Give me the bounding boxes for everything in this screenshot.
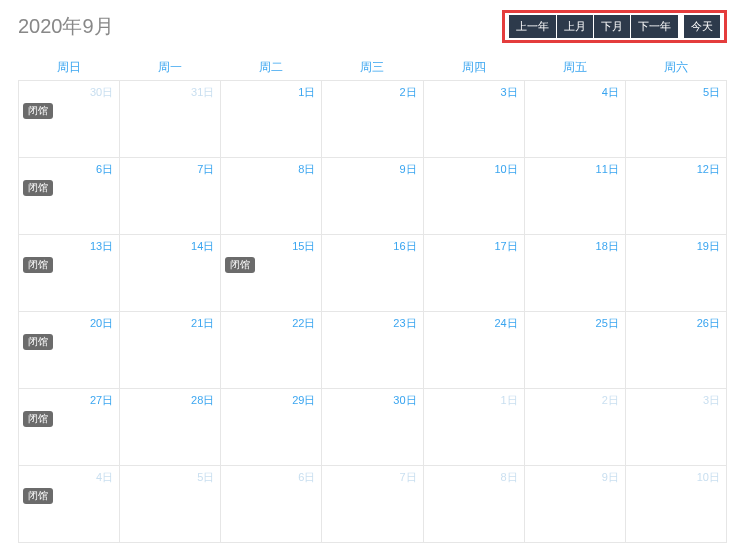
calendar-day-cell[interactable]: 13日闭馆 xyxy=(19,235,120,312)
weekday-header-row: 周日 周一 周二 周三 周四 周五 周六 xyxy=(19,55,727,81)
calendar-day-cell[interactable]: 3日 xyxy=(423,81,524,158)
calendar-week-row: 6日闭馆7日8日9日10日11日12日 xyxy=(19,158,727,235)
weekday-header: 周六 xyxy=(625,55,726,81)
day-number: 11日 xyxy=(596,162,619,177)
day-number: 13日 xyxy=(90,239,113,254)
calendar-week-row: 4日闭馆5日6日7日8日9日10日 xyxy=(19,466,727,543)
calendar-day-cell[interactable]: 9日 xyxy=(524,466,625,543)
closed-badge: 闭馆 xyxy=(23,411,53,427)
day-number: 5日 xyxy=(703,85,720,100)
calendar-day-cell[interactable]: 20日闭馆 xyxy=(19,312,120,389)
weekday-header: 周二 xyxy=(221,55,322,81)
calendar-day-cell[interactable]: 4日闭馆 xyxy=(19,466,120,543)
day-number: 6日 xyxy=(298,470,315,485)
day-number: 20日 xyxy=(90,316,113,331)
day-number: 27日 xyxy=(90,393,113,408)
day-number: 12日 xyxy=(697,162,720,177)
day-number: 10日 xyxy=(494,162,517,177)
day-number: 4日 xyxy=(96,470,113,485)
calendar-day-cell[interactable]: 17日 xyxy=(423,235,524,312)
closed-badge: 闭馆 xyxy=(23,488,53,504)
calendar-day-cell[interactable]: 6日 xyxy=(221,466,322,543)
day-number: 3日 xyxy=(703,393,720,408)
calendar-day-cell[interactable]: 21日 xyxy=(120,312,221,389)
calendar-day-cell[interactable]: 10日 xyxy=(423,158,524,235)
calendar-day-cell[interactable]: 6日闭馆 xyxy=(19,158,120,235)
calendar-day-cell[interactable]: 12日 xyxy=(625,158,726,235)
calendar-day-cell[interactable]: 29日 xyxy=(221,389,322,466)
weekday-header: 周三 xyxy=(322,55,423,81)
day-number: 30日 xyxy=(393,393,416,408)
calendar-day-cell[interactable]: 7日 xyxy=(322,466,423,543)
day-number: 22日 xyxy=(292,316,315,331)
calendar-day-cell[interactable]: 26日 xyxy=(625,312,726,389)
day-number: 2日 xyxy=(399,85,416,100)
calendar-day-cell[interactable]: 30日 xyxy=(322,389,423,466)
day-number: 2日 xyxy=(602,393,619,408)
calendar-week-row: 27日闭馆28日29日30日1日2日3日 xyxy=(19,389,727,466)
calendar-day-cell[interactable]: 7日 xyxy=(120,158,221,235)
calendar-day-cell[interactable]: 4日 xyxy=(524,81,625,158)
calendar-day-cell[interactable]: 27日闭馆 xyxy=(19,389,120,466)
day-number: 25日 xyxy=(596,316,619,331)
calendar-day-cell[interactable]: 9日 xyxy=(322,158,423,235)
calendar-week-row: 20日闭馆21日22日23日24日25日26日 xyxy=(19,312,727,389)
calendar-day-cell[interactable]: 22日 xyxy=(221,312,322,389)
day-number: 9日 xyxy=(399,162,416,177)
day-number: 16日 xyxy=(393,239,416,254)
calendar-header: 2020年9月 上一年 上月 下月 下一年 今天 xyxy=(18,10,727,43)
day-number: 23日 xyxy=(393,316,416,331)
nav-button-group: 上一年 上月 下月 下一年 今天 xyxy=(502,10,727,43)
calendar-day-cell[interactable]: 8日 xyxy=(221,158,322,235)
calendar-day-cell[interactable]: 2日 xyxy=(322,81,423,158)
calendar-week-row: 13日闭馆14日15日闭馆16日17日18日19日 xyxy=(19,235,727,312)
day-number: 5日 xyxy=(197,470,214,485)
calendar-day-cell[interactable]: 28日 xyxy=(120,389,221,466)
prev-month-button[interactable]: 上月 xyxy=(557,15,593,38)
next-month-button[interactable]: 下月 xyxy=(594,15,630,38)
weekday-header: 周一 xyxy=(120,55,221,81)
closed-badge: 闭馆 xyxy=(23,180,53,196)
day-number: 10日 xyxy=(697,470,720,485)
today-button[interactable]: 今天 xyxy=(684,15,720,38)
day-number: 24日 xyxy=(494,316,517,331)
calendar-day-cell[interactable]: 19日 xyxy=(625,235,726,312)
calendar-day-cell[interactable]: 31日 xyxy=(120,81,221,158)
calendar-day-cell[interactable]: 30日闭馆 xyxy=(19,81,120,158)
calendar-day-cell[interactable]: 11日 xyxy=(524,158,625,235)
weekday-header: 周日 xyxy=(19,55,120,81)
day-number: 21日 xyxy=(191,316,214,331)
calendar-day-cell[interactable]: 24日 xyxy=(423,312,524,389)
calendar-week-row: 30日闭馆31日1日2日3日4日5日 xyxy=(19,81,727,158)
calendar-day-cell[interactable]: 3日 xyxy=(625,389,726,466)
calendar-day-cell[interactable]: 25日 xyxy=(524,312,625,389)
calendar-container: 2020年9月 上一年 上月 下月 下一年 今天 周日 周一 周二 周三 周四 … xyxy=(0,0,745,543)
closed-badge: 闭馆 xyxy=(23,257,53,273)
calendar-day-cell[interactable]: 1日 xyxy=(221,81,322,158)
calendar-day-cell[interactable]: 10日 xyxy=(625,466,726,543)
day-number: 29日 xyxy=(292,393,315,408)
closed-badge: 闭馆 xyxy=(23,103,53,119)
calendar-day-cell[interactable]: 2日 xyxy=(524,389,625,466)
calendar-day-cell[interactable]: 5日 xyxy=(120,466,221,543)
day-number: 3日 xyxy=(501,85,518,100)
closed-badge: 闭馆 xyxy=(225,257,255,273)
calendar-day-cell[interactable]: 15日闭馆 xyxy=(221,235,322,312)
next-year-button[interactable]: 下一年 xyxy=(631,15,678,38)
calendar-day-cell[interactable]: 23日 xyxy=(322,312,423,389)
day-number: 19日 xyxy=(697,239,720,254)
calendar-day-cell[interactable]: 14日 xyxy=(120,235,221,312)
calendar-day-cell[interactable]: 18日 xyxy=(524,235,625,312)
calendar-day-cell[interactable]: 8日 xyxy=(423,466,524,543)
calendar-day-cell[interactable]: 5日 xyxy=(625,81,726,158)
day-number: 30日 xyxy=(90,85,113,100)
closed-badge: 闭馆 xyxy=(23,334,53,350)
calendar-day-cell[interactable]: 16日 xyxy=(322,235,423,312)
prev-year-button[interactable]: 上一年 xyxy=(509,15,556,38)
calendar-day-cell[interactable]: 1日 xyxy=(423,389,524,466)
weekday-header: 周四 xyxy=(423,55,524,81)
day-number: 15日 xyxy=(292,239,315,254)
day-number: 18日 xyxy=(596,239,619,254)
day-number: 8日 xyxy=(501,470,518,485)
day-number: 17日 xyxy=(494,239,517,254)
